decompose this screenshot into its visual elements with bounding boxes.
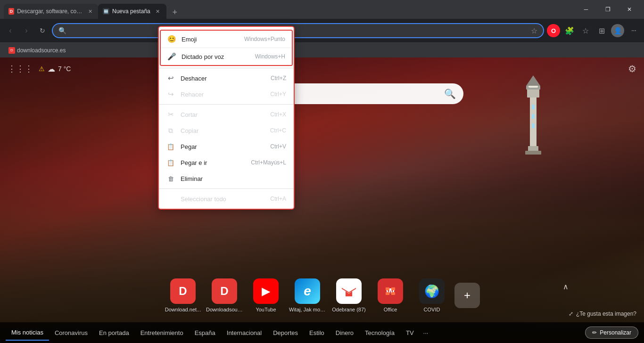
collapse-arrow[interactable]: ∧ (563, 282, 569, 291)
shortcut-youtube[interactable]: ▶ YouTube (248, 278, 284, 312)
more-settings-icon[interactable]: ··· (627, 24, 640, 37)
news-category-tv[interactable]: TV (400, 326, 420, 340)
pegar-icon: 📋 (166, 142, 175, 151)
new-tab-page: ⋮⋮⋮ ⚠ ☁ 7 °C ⚙ 🔍 ∧ D Download.net... (0, 57, 644, 343)
shortcut-label-edge: Witaj, Jak moz... (289, 307, 326, 312)
personalize-button[interactable]: ✏ Personalizar (585, 327, 638, 339)
lighthouse (517, 67, 550, 163)
add-shortcut-icon: + (454, 283, 480, 308)
window-controls: ─ ❐ ✕ (575, 0, 640, 19)
browser-window: D Descargar, software, controlado... ✕ 🆕… (0, 0, 644, 343)
tab-bar: D Descargar, software, controlado... ✕ 🆕… (0, 0, 644, 19)
news-category-mis-noticias[interactable]: Mis noticias (6, 325, 49, 341)
context-menu-item-dictado[interactable]: 🎤 Dictado por voz Windows+H (161, 48, 292, 65)
tab-2-title: Nueva pestaña (112, 8, 150, 15)
profiles-icon[interactable]: 👤 (611, 24, 624, 37)
news-bar: Mis noticias Coronavirus En portada Entr… (0, 322, 644, 343)
deshacer-shortcut: Ctrl+Z (271, 75, 286, 82)
add-shortcut-button[interactable]: + (455, 283, 479, 308)
copiar-icon: ⧉ (166, 126, 175, 135)
context-menu-item-copiar[interactable]: ⧉ Copiar Ctrl+C (159, 122, 294, 139)
bookmark-favicon: D (8, 47, 15, 54)
shortcut-downloadsource[interactable]: D Downloadsour... (206, 278, 243, 312)
star-icon[interactable]: ☆ (531, 26, 537, 35)
svg-rect-16 (391, 292, 395, 295)
shortcut-gmail[interactable]: Odebrane (87) (330, 278, 367, 312)
context-menu-item-rehacer[interactable]: ↪ Rehacer Ctrl+Y (159, 86, 294, 102)
shortcut-covid[interactable]: 🌍 COVID (413, 278, 450, 312)
shortcut-label-office: Office (384, 307, 397, 312)
shortcut-edge[interactable]: e Witaj, Jak moz... (289, 278, 326, 312)
rehacer-icon: ↪ (166, 90, 175, 98)
search-submit-icon[interactable]: 🔍 (444, 88, 456, 99)
menu-divider-2 (159, 104, 294, 105)
news-category-entretenimiento[interactable]: Entretenimiento (135, 326, 189, 340)
close-window-button[interactable]: ✕ (619, 0, 640, 19)
pegar-shortcut: Ctrl+V (270, 143, 286, 150)
maximize-button[interactable]: ❐ (597, 0, 619, 19)
minimize-button[interactable]: ─ (575, 0, 597, 19)
extensions-icon[interactable]: 🧩 (563, 24, 576, 37)
forward-button[interactable]: › (20, 24, 33, 37)
tab-1-title: Descargar, software, controlado... (17, 8, 83, 15)
news-category-internacional[interactable]: Internacional (221, 326, 267, 340)
svg-rect-13 (386, 287, 389, 290)
address-bar[interactable]: 🔍 ☆ (52, 23, 544, 38)
shortcut-office[interactable]: W Office (372, 278, 409, 312)
collections-icon[interactable]: ⊞ (595, 24, 608, 37)
shortcut-label-downloadsource: Downloadsour... (206, 307, 243, 312)
svg-rect-0 (530, 95, 537, 147)
news-category-tecnologia[interactable]: Tecnología (359, 326, 400, 340)
address-input[interactable] (70, 27, 527, 34)
context-menu-highlighted-section: 😊 Emoji Windows+Punto 🎤 Dictado por voz … (160, 30, 293, 66)
feedback-text: ¿Te gusta esta imagen? (576, 310, 636, 317)
tab-1-close[interactable]: ✕ (87, 8, 93, 15)
settings-button[interactable]: ⚙ (628, 63, 636, 74)
context-menu-item-eliminar[interactable]: 🗑 Eliminar (159, 171, 294, 187)
back-button[interactable]: ‹ (4, 24, 17, 37)
seleccionar-todo-icon (166, 195, 175, 203)
shortcut-label-gmail: Odebrane (87) (332, 307, 366, 312)
svg-rect-15 (386, 292, 389, 295)
news-category-espana[interactable]: España (189, 326, 221, 340)
pegar-ir-shortcut: Ctrl+Mayús+L (251, 159, 286, 166)
grid-icon[interactable]: ⋮⋮⋮ (8, 64, 33, 74)
svg-rect-5 (532, 105, 535, 109)
reload-button[interactable]: ↻ (36, 24, 49, 37)
news-category-deportes[interactable]: Deportes (267, 326, 304, 340)
tab-2[interactable]: 🆕 Nueva pestaña ✕ (98, 4, 166, 19)
news-category-coronavirus[interactable]: Coronavirus (49, 326, 93, 340)
svg-marker-4 (526, 75, 540, 86)
context-menu-item-cortar[interactable]: ✂ Cortar Ctrl+X (159, 106, 294, 122)
context-menu-item-pegar-ir[interactable]: 📋 Pegar e ir Ctrl+Mayús+L (159, 155, 294, 171)
tab-2-close[interactable]: ✕ (154, 8, 162, 15)
eliminar-label: Eliminar (181, 175, 281, 182)
temperature: 7 °C (58, 65, 71, 73)
context-menu-item-deshacer[interactable]: ↩ Deshacer Ctrl+Z (159, 70, 294, 86)
shortcut-download-net[interactable]: D Download.net... (165, 278, 201, 312)
rehacer-shortcut: Ctrl+Y (270, 91, 286, 98)
bookmarks-item-downloadsource[interactable]: D downloadsource.es (6, 46, 68, 55)
feedback-area[interactable]: ⤢ ¿Te gusta esta imagen? (569, 310, 636, 317)
emoji-label: Emoji (182, 36, 239, 43)
search-icon: 🔍 (58, 27, 66, 34)
context-menu-item-seleccionar-todo[interactable]: Seleccionar todo Ctrl+A (159, 191, 294, 207)
new-tab-button[interactable]: + (168, 6, 182, 19)
weather-widget[interactable]: ⚠ ☁ 7 °C (39, 65, 71, 74)
news-category-dinero[interactable]: Dinero (330, 326, 359, 340)
pegar-label: Pegar (181, 143, 264, 150)
context-menu-item-emoji[interactable]: 😊 Emoji Windows+Punto (161, 31, 292, 48)
context-menu-item-pegar[interactable]: 📋 Pegar Ctrl+V (159, 139, 294, 155)
deshacer-icon: ↩ (166, 74, 175, 82)
shortcut-icon-covid: 🌍 (419, 278, 445, 304)
tab-1[interactable]: D Descargar, software, controlado... ✕ (4, 4, 98, 19)
personalize-icon: ✏ (592, 329, 597, 336)
favorites-icon[interactable]: ☆ (579, 24, 592, 37)
news-category-en-portada[interactable]: En portada (93, 326, 135, 340)
context-menu: 😊 Emoji Windows+Punto 🎤 Dictado por voz … (158, 26, 295, 210)
news-category-estilo[interactable]: Estilo (304, 326, 330, 340)
dictado-icon: 🎤 (167, 52, 176, 61)
pegar-ir-label: Pegar e ir (181, 159, 245, 166)
news-more-button[interactable]: ··· (420, 326, 432, 340)
opera-icon[interactable]: O (547, 24, 560, 37)
